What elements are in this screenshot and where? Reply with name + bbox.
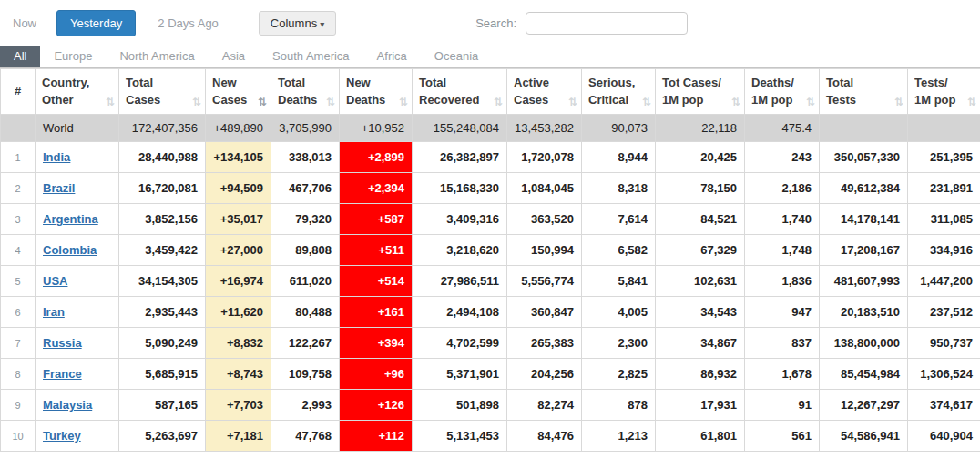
column-header-total-tests[interactable]: TotalTests⇅ (820, 69, 908, 115)
cell-rank: 7 (1, 328, 36, 359)
cell-total-deaths: 47,768 (271, 421, 340, 452)
column-header-total-recovered[interactable]: TotalRecovered⇅ (413, 69, 507, 115)
column-header-cases-per-1m[interactable]: Tot Cases/1M pop⇅ (656, 69, 745, 115)
cell-new-cases: +94,509 (206, 173, 271, 204)
cell-total-tests: 20,183,510 (820, 297, 908, 328)
column-header-rank[interactable]: # (1, 69, 36, 115)
tab-africa[interactable]: Africa (363, 46, 421, 67)
row-world: World172,407,356+489,8903,705,990+10,952… (1, 115, 980, 142)
column-header-label: Serious,Critical (588, 76, 635, 107)
cell-active-cases: 204,256 (507, 359, 582, 390)
cell-deaths-per-1m: 475.4 (745, 115, 820, 142)
caret-down-icon: ▾ (320, 19, 324, 29)
cell-cases-per-1m: 86,932 (656, 359, 745, 390)
column-header-label: Tests/1M pop (914, 76, 956, 107)
cell-deaths-per-1m: 243 (745, 142, 820, 173)
cell-total-recovered: 5,371,901 (413, 359, 507, 390)
column-header-country[interactable]: Country,Other⇅ (36, 69, 119, 115)
cell-total-tests: 350,057,330 (820, 142, 908, 173)
cell-deaths-per-1m: 1,836 (745, 266, 820, 297)
cell-rank: 6 (1, 297, 36, 328)
country-link[interactable]: Turkey (43, 429, 81, 443)
cell-total-deaths: 3,705,990 (271, 115, 340, 142)
row-usa: 5USA34,154,305+16,974611,020+51427,986,5… (1, 266, 980, 297)
cell-new-cases: +35,017 (206, 204, 271, 235)
sort-updown-icon[interactable]: ⇅ (399, 97, 408, 107)
country-link[interactable]: India (43, 150, 70, 164)
cell-total-deaths: 80,488 (271, 297, 340, 328)
cell-deaths-per-1m: 2,186 (745, 173, 820, 204)
sort-updown-icon[interactable]: ⇅ (326, 97, 335, 107)
sort-updown-icon[interactable]: ⇅ (967, 97, 976, 107)
column-header-tests-per-1m[interactable]: Tests/1M pop⇅ (908, 69, 980, 115)
cell-cases-per-1m: 102,631 (656, 266, 745, 297)
column-header-label: TotalDeaths (278, 76, 317, 107)
cell-cases-per-1m: 34,867 (656, 328, 745, 359)
sort-updown-icon[interactable]: ⇅ (731, 97, 740, 107)
cell-country: Brazil (36, 173, 119, 204)
country-link[interactable]: Russia (43, 336, 82, 350)
column-header-total-deaths[interactable]: TotalDeaths⇅ (271, 69, 340, 115)
sort-desc-icon[interactable]: ⇅ (258, 97, 267, 107)
column-header-label: Country,Other (42, 76, 89, 107)
cell-cases-per-1m: 78,150 (656, 173, 745, 204)
column-header-new-cases[interactable]: NewCases⇅ (206, 69, 271, 115)
cell-new-cases: +8,743 (206, 359, 271, 390)
country-link[interactable]: Brazil (43, 181, 75, 195)
column-header-new-deaths[interactable]: NewDeaths⇅ (340, 69, 413, 115)
cell-deaths-per-1m: 1,740 (745, 204, 820, 235)
cell-cases-per-1m: 61,801 (656, 421, 745, 452)
country-link[interactable]: Malaysia (43, 398, 92, 412)
cell-active-cases: 5,556,774 (507, 266, 582, 297)
two-days-ago-button[interactable]: 2 Days Ago (158, 16, 219, 30)
cell-total-recovered: 2,494,108 (413, 297, 507, 328)
cell-new-deaths: +112 (340, 421, 413, 452)
sort-updown-icon[interactable]: ⇅ (894, 97, 903, 107)
country-link[interactable]: France (43, 367, 82, 381)
tab-all[interactable]: All (0, 46, 40, 67)
yesterday-button[interactable]: Yesterday (56, 10, 136, 36)
column-header-label: ActiveCases (514, 76, 549, 107)
tab-north-america[interactable]: North America (106, 46, 208, 67)
country-link[interactable]: USA (43, 274, 67, 288)
cell-total-tests: 14,178,141 (820, 204, 908, 235)
sort-updown-icon[interactable]: ⇅ (642, 97, 651, 107)
tab-asia[interactable]: Asia (209, 46, 259, 67)
country-link[interactable]: Colombia (43, 243, 97, 257)
sort-updown-icon[interactable]: ⇅ (106, 97, 115, 107)
column-header-deaths-per-1m[interactable]: Deaths/1M pop⇅ (745, 69, 820, 115)
cell-total-recovered: 4,702,599 (413, 328, 507, 359)
cell-active-cases: 1,720,078 (507, 142, 582, 173)
now-button[interactable]: Now (13, 16, 36, 30)
cell-cases-per-1m: 67,329 (656, 235, 745, 266)
columns-dropdown-button[interactable]: Columns▾ (259, 11, 336, 36)
column-header-active-cases[interactable]: ActiveCases⇅ (507, 69, 582, 115)
cell-country: India (36, 142, 119, 173)
search-label: Search: (475, 16, 516, 30)
cell-active-cases: 82,274 (507, 390, 582, 421)
search-input[interactable] (526, 12, 688, 35)
table-header-row: #Country,Other⇅TotalCases⇅NewCases⇅Total… (1, 69, 980, 115)
tab-europe[interactable]: Europe (40, 46, 106, 67)
sort-updown-icon[interactable]: ⇅ (192, 97, 201, 107)
cell-total-tests: 85,454,984 (820, 359, 908, 390)
cell-country: Argentina (36, 204, 119, 235)
table-head: #Country,Other⇅TotalCases⇅NewCases⇅Total… (1, 69, 980, 115)
row-colombia: 4Colombia3,459,422+27,00089,808+5113,218… (1, 235, 980, 266)
column-header-total-cases[interactable]: TotalCases⇅ (119, 69, 206, 115)
cell-new-deaths: +126 (340, 390, 413, 421)
country-link[interactable]: Argentina (43, 212, 98, 226)
tab-south-america[interactable]: South America (259, 46, 363, 67)
sort-updown-icon[interactable]: ⇅ (806, 97, 815, 107)
tab-oceania[interactable]: Oceania (421, 46, 492, 67)
cell-total-deaths: 611,020 (271, 266, 340, 297)
country-link[interactable]: Iran (43, 305, 65, 319)
cell-total-deaths: 122,267 (271, 328, 340, 359)
cell-new-cases: +134,105 (206, 142, 271, 173)
sort-updown-icon[interactable]: ⇅ (568, 97, 577, 107)
cell-new-deaths: +10,952 (340, 115, 413, 142)
cell-deaths-per-1m: 91 (745, 390, 820, 421)
cell-deaths-per-1m: 947 (745, 297, 820, 328)
sort-updown-icon[interactable]: ⇅ (494, 97, 503, 107)
column-header-serious-critical[interactable]: Serious,Critical⇅ (582, 69, 656, 115)
